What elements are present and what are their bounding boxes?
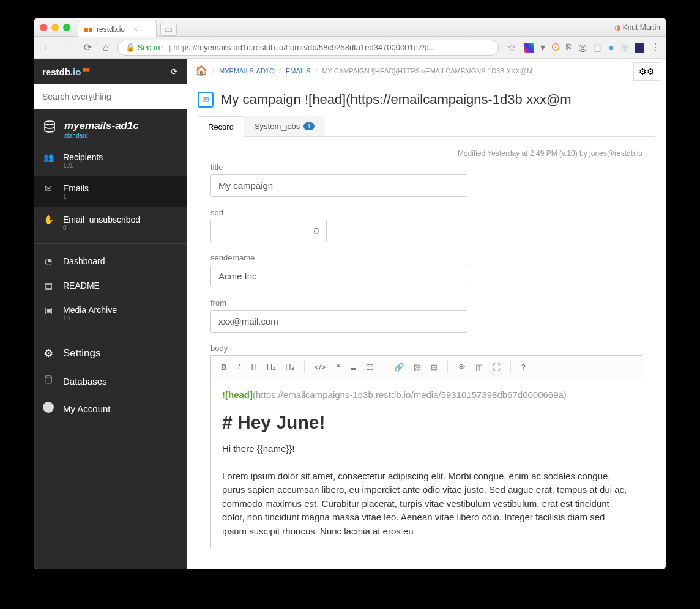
bookmark-star-icon[interactable]: ☆ <box>505 40 518 54</box>
mail-icon: ✉ <box>42 183 54 193</box>
close-tab-icon[interactable]: × <box>133 25 138 34</box>
modified-info: Modified Yesterday at 2:49 PM (v.10) by … <box>210 149 642 158</box>
new-tab-button[interactable]: ▭ <box>160 23 177 36</box>
menu-icon[interactable]: ⋮ <box>650 42 660 53</box>
users-icon: 👥 <box>42 152 54 162</box>
body-editor: B I H H₂ H₃ </> ❝ ≣ ☷ 🔗 ▧ <box>210 355 642 548</box>
tab-record[interactable]: Record <box>198 116 244 137</box>
sidebar-item-label: README <box>63 281 100 290</box>
svg-point-0 <box>45 121 54 125</box>
tab-title: restdb.io <box>97 25 125 34</box>
tab-badge: 1 <box>303 122 315 130</box>
home-icon[interactable]: 🏠 <box>195 65 207 76</box>
ul-button[interactable]: ≣ <box>346 360 360 374</box>
h2-button[interactable]: H₂ <box>263 360 279 374</box>
sidebar: restdb.io■■ ⟳ myemails-ad1c standard 👥 R… <box>34 59 187 569</box>
sidebar-item-label: Settings <box>63 347 100 360</box>
code-button[interactable]: </> <box>311 360 330 374</box>
svg-point-1 <box>45 375 52 378</box>
sidebar-item-settings[interactable]: ⚙ Settings <box>34 339 187 367</box>
search-input[interactable] <box>34 84 187 109</box>
avatar-icon <box>42 402 54 415</box>
ol-button[interactable]: ☷ <box>363 360 378 374</box>
url-text: myemails-ad1c.restdb.io/home/db/58c9258d… <box>197 43 435 52</box>
cast-icon[interactable]: ⎘ <box>566 42 572 53</box>
sidebar-item-emails[interactable]: ✉ Emails 1 <box>34 176 187 207</box>
sidebar-item-readme[interactable]: ▤ README <box>34 273 187 298</box>
sidebar-item-databases[interactable]: Databases <box>34 367 187 394</box>
editor-heading: # Hey June! <box>222 408 631 436</box>
refresh-icon[interactable]: ⟳ <box>171 67 178 76</box>
editor-toolbar: B I H H₂ H₃ </> ❝ ≣ ☷ 🔗 ▧ <box>211 356 642 378</box>
search-wrap <box>34 84 187 109</box>
close-window-icon[interactable] <box>40 24 47 31</box>
editor-body-text: Lorem ipsum dolor sit amet, consectetur … <box>222 470 631 539</box>
tab-system-jobs[interactable]: System_jobs 1 <box>244 116 325 136</box>
extension-icon[interactable] <box>635 43 644 53</box>
logo[interactable]: restdb.io■■ <box>42 66 89 77</box>
editor-content[interactable]: ![head](https://emailcampaigns-1d3b.rest… <box>211 378 642 548</box>
profile-name: Knut Martin <box>623 23 660 32</box>
breadcrumb-link[interactable]: EMAILS <box>286 67 310 75</box>
title-input[interactable] <box>210 174 467 197</box>
extension-icon[interactable]: ⊕ <box>620 42 628 53</box>
favicon <box>84 25 93 34</box>
maximize-window-icon[interactable] <box>63 24 70 31</box>
back-button[interactable]: ← <box>40 41 54 54</box>
sidebar-item-label: Emails <box>63 183 89 193</box>
settings-button[interactable]: ⚙⚙ <box>633 62 660 81</box>
browser-profile[interactable]: ◑ Knut Martin <box>614 23 660 32</box>
bold-button[interactable]: B <box>217 360 230 374</box>
sidebar-item-recipients[interactable]: 👥 Recipients 101 <box>34 145 187 176</box>
sidebar-item-label: Databases <box>63 376 107 386</box>
gear-icon: ⚙ <box>42 347 54 360</box>
file-icon: ▤ <box>42 281 54 290</box>
sidebar-item-media[interactable]: ▣ Media Archive 10 <box>34 298 187 329</box>
fullscreen-button[interactable]: ⛶ <box>489 360 504 374</box>
field-label-sort: sort <box>210 208 642 217</box>
reload-button[interactable]: ⟳ <box>81 40 94 54</box>
db-header[interactable]: myemails-ad1c standard <box>34 109 187 145</box>
sort-input[interactable] <box>210 220 327 242</box>
extension-icon[interactable]: ● <box>608 42 614 53</box>
h1-button[interactable]: H <box>247 360 260 374</box>
forward-button: → <box>61 41 75 54</box>
table-button[interactable]: ⊞ <box>427 360 441 374</box>
sendername-input[interactable] <box>210 265 467 287</box>
extension-icon[interactable]: ▢ <box>593 42 602 53</box>
extension-icon[interactable] <box>524 43 534 53</box>
sidebar-item-label: Email_unsubscribed <box>63 215 140 224</box>
record-tabs: Record System_jobs 1 <box>198 116 655 137</box>
h3-button[interactable]: H₃ <box>281 360 297 374</box>
editor-greeting: Hi there {{name}}! <box>222 442 631 456</box>
browser-window: restdb.io × ▭ ◑ Knut Martin ← → ⟳ ⌂ 🔒 Se… <box>34 18 666 569</box>
sidebar-item-unsubscribed[interactable]: ✋ Email_unsubscribed 0 <box>34 207 187 238</box>
split-button[interactable]: ◫ <box>472 360 486 374</box>
italic-button[interactable]: I <box>233 360 245 374</box>
extension-icon[interactable]: ◎ <box>578 42 587 53</box>
main-panel: ⚙⚙ 🏠 / MYEMAILS-AD1C / EMAILS / MY CAMPA… <box>187 59 666 569</box>
sidebar-item-label: Media Archive <box>63 305 117 315</box>
field-label-sendername: sendername <box>210 253 642 262</box>
link-button[interactable]: 🔗 <box>390 360 408 374</box>
sidebar-item-dashboard[interactable]: ◔ Dashboard <box>34 249 187 273</box>
page-title: My campaign ![head](https://emailcampaig… <box>221 92 572 108</box>
image-button[interactable]: ▧ <box>410 360 425 374</box>
sidebar-item-label: Recipients <box>63 152 103 162</box>
url-scheme: https:// <box>173 43 197 52</box>
from-input[interactable] <box>210 310 467 333</box>
rss-icon[interactable]: ⵙ <box>551 42 560 53</box>
breadcrumb: 🏠 / MYEMAILS-AD1C / EMAILS / MY CAMPAIGN… <box>187 59 666 83</box>
url-bar: ← → ⟳ ⌂ 🔒 Secure | https://myemails-ad1c… <box>34 37 666 59</box>
preview-button[interactable]: 👁 <box>454 360 469 374</box>
browser-tab[interactable]: restdb.io × <box>78 21 157 37</box>
minimize-window-icon[interactable] <box>51 24 59 31</box>
breadcrumb-link[interactable]: MYEMAILS-AD1C <box>219 67 274 75</box>
home-button[interactable]: ⌂ <box>100 41 111 54</box>
address-bar[interactable]: 🔒 Secure | https://myemails-ad1c.restdb.… <box>117 40 499 56</box>
sidebar-item-account[interactable]: My Account <box>34 394 187 423</box>
field-label-title: title <box>210 163 642 172</box>
pocket-icon[interactable]: ▾ <box>540 42 545 53</box>
quote-button[interactable]: ❝ <box>332 360 344 374</box>
help-button[interactable]: ? <box>517 360 529 374</box>
